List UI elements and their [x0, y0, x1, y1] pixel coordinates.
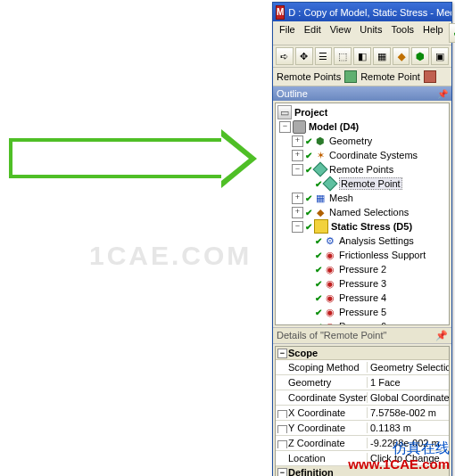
footer-url-text: www.1CAE.com	[348, 456, 450, 472]
pressure-icon: ◉	[324, 263, 336, 275]
support-icon: ◉	[324, 249, 336, 261]
mesh-icon: ▦	[314, 192, 327, 204]
check-icon: ✔	[315, 308, 322, 317]
tree-remote-points[interactable]: − ✔ Remote Points	[276, 162, 449, 176]
pin-icon[interactable]: 📌	[435, 330, 448, 341]
remote-point-icon	[344, 70, 357, 83]
static-stress-icon	[314, 219, 328, 234]
coord-icon: ✶	[314, 149, 327, 161]
menu-bar: File Edit View Units Tools Help ✔	[273, 21, 451, 45]
check-icon: ✔	[315, 236, 322, 246]
check-icon: ✔	[315, 322, 322, 326]
tree-pressure-4[interactable]: ✔ ◉ Pressure 4	[276, 291, 449, 305]
pressure-icon: ◉	[324, 306, 336, 318]
tree-frictionless-support[interactable]: ✔ ◉ Frictionless Support	[276, 248, 449, 262]
outline-header: Outline 📌	[273, 86, 451, 101]
analysis-settings-icon: ⚙	[324, 234, 336, 247]
prop-coord-system[interactable]: Coordinate SystemGlobal Coordinate Syste…	[276, 390, 449, 406]
check-icon: ✔	[315, 265, 322, 275]
prop-x-coord[interactable]: X Coordinate7.5758e-002 m	[276, 406, 449, 421]
check-icon: ✔	[315, 250, 322, 260]
app-icon: M	[276, 5, 285, 20]
details-title: Details of "Remote Point"	[277, 330, 386, 341]
expander-icon[interactable]: +	[292, 207, 303, 218]
menu-view[interactable]: View	[327, 23, 355, 43]
tree-pressure-2[interactable]: ✔ ◉ Pressure 2	[276, 262, 449, 276]
app-window: M D : Copy of Model, Static Stress - Mec…	[272, 2, 452, 476]
prop-scoping-method[interactable]: Scoping MethodGeometry Selection	[276, 360, 449, 375]
tool-6-icon[interactable]: ▦	[373, 47, 391, 65]
watermark-text: 1CAE.COM	[89, 241, 252, 271]
toolbar: ➪ ✥ ☰ ⬚ ◧ ▦ ◆ ⬢ ▣	[273, 45, 451, 68]
prop-geometry[interactable]: Geometry1 Face	[276, 375, 449, 390]
title-bar: M D : Copy of Model, Static Stress - Mec…	[273, 3, 451, 21]
menu-tools[interactable]: Tools	[387, 23, 418, 43]
tree-analysis-settings[interactable]: ✔ ⚙ Analysis Settings	[276, 234, 449, 248]
tool-5-icon[interactable]: ◧	[353, 47, 371, 65]
group-scope[interactable]: Scope	[276, 347, 449, 360]
tree-coord-systems[interactable]: + ✔ ✶ Coordinate Systems	[276, 148, 449, 162]
outline-tree[interactable]: ▭ Project − Model (D4) + ✔ ⬢ Geometry + …	[275, 103, 450, 325]
pressure-icon: ◉	[324, 277, 336, 290]
tool-4-icon[interactable]: ⬚	[334, 47, 352, 65]
check-icon: ✔	[305, 136, 312, 146]
expander-icon[interactable]: −	[292, 221, 303, 233]
tree-geometry[interactable]: + ✔ ⬢ Geometry	[276, 134, 449, 148]
project-icon: ▭	[277, 105, 292, 119]
check-icon: ✔	[315, 279, 322, 289]
tool-1-icon[interactable]: ➪	[276, 47, 294, 65]
tree-static-stress[interactable]: − ✔ Static Stress (D5)	[276, 219, 449, 234]
expander-icon[interactable]: +	[292, 135, 303, 147]
check-icon: ✔	[315, 179, 322, 189]
pressure-icon: ◉	[324, 320, 336, 325]
tree-pressure-6[interactable]: ✔ ◉ Pressure 6	[276, 319, 449, 325]
check-icon: ✔	[305, 151, 312, 160]
geometry-icon: ⬢	[314, 135, 327, 147]
extra-tool-icon[interactable]	[424, 70, 436, 83]
check-icon: ✔	[305, 208, 312, 217]
remote-points-label: Remote Points	[277, 71, 341, 82]
tool-3-icon[interactable]: ☰	[315, 47, 333, 65]
check-icon: ✔	[305, 165, 312, 175]
details-header: Details of "Remote Point" 📌	[273, 327, 451, 344]
pin-icon[interactable]: 📌	[437, 89, 448, 99]
tool-9-icon[interactable]: ▣	[431, 47, 449, 65]
tool-7-icon[interactable]: ◆	[393, 47, 410, 65]
check-icon: ✔	[305, 222, 312, 232]
tree-mesh[interactable]: + ✔ ▦ Mesh	[276, 191, 449, 205]
tree-model[interactable]: − Model (D4)	[276, 119, 449, 134]
context-toolbar: Remote Points Remote Point	[273, 68, 451, 86]
remote-points-icon	[314, 163, 327, 176]
tree-pressure-3[interactable]: ✔ ◉ Pressure 3	[276, 276, 449, 291]
tool-2-icon[interactable]: ✥	[295, 47, 313, 65]
window-title: D : Copy of Model, Static Stress - Mecha…	[288, 7, 451, 18]
check-icon: ✔	[315, 293, 322, 303]
named-sel-icon: ◆	[314, 206, 327, 218]
pointer-arrow	[0, 138, 259, 178]
expander-icon[interactable]: +	[292, 193, 303, 204]
menu-edit[interactable]: Edit	[301, 23, 325, 43]
tree-project[interactable]: ▭ Project	[276, 105, 449, 119]
tree-named-selections[interactable]: + ✔ ◆ Named Selections	[276, 205, 449, 219]
model-icon	[293, 120, 306, 134]
tree-remote-point[interactable]: ✔ Remote Point	[276, 176, 449, 191]
expander-icon[interactable]: −	[279, 121, 291, 133]
expander-icon[interactable]: +	[292, 150, 303, 161]
tool-8-icon[interactable]: ⬢	[411, 47, 429, 65]
remote-point-icon	[324, 177, 336, 190]
prop-y-coord[interactable]: Y Coordinate0.1183 m	[276, 421, 449, 436]
expander-icon[interactable]: −	[292, 164, 303, 176]
menu-help[interactable]: Help	[419, 23, 447, 43]
remote-point-label[interactable]: Remote Point	[360, 71, 420, 82]
footer-branding: 仿真在线 www.1CAE.com	[348, 439, 450, 472]
tree-pressure-5[interactable]: ✔ ◉ Pressure 5	[276, 305, 449, 319]
pressure-icon: ◉	[324, 291, 336, 304]
footer-cn-text: 仿真在线	[348, 439, 450, 456]
check-icon: ✔	[305, 193, 312, 203]
help-check-icon[interactable]: ✔	[449, 23, 455, 43]
outline-title: Outline	[277, 88, 308, 99]
menu-file[interactable]: File	[276, 23, 299, 43]
menu-units[interactable]: Units	[356, 23, 385, 43]
